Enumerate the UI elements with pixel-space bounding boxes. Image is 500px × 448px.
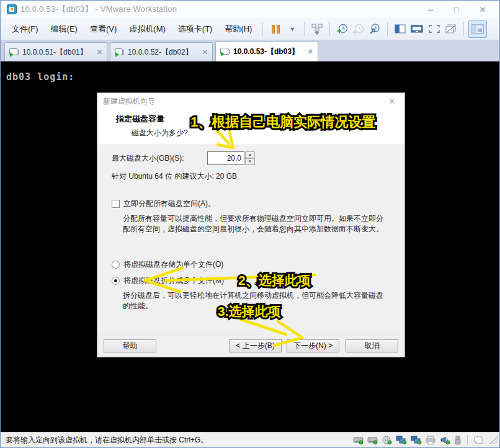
dialog-heading: 指定磁盘容量 <box>116 114 404 125</box>
full-screen-button[interactable] <box>426 20 443 38</box>
window-title: 10.0.0.53-【db03】 - VMware Workstation <box>20 4 177 15</box>
toolbar-separator <box>304 22 305 36</box>
manage-snapshots-button[interactable] <box>367 20 383 38</box>
full-screen-icon <box>427 24 441 34</box>
library-panel-toggle-button[interactable] <box>468 20 487 38</box>
store-single-file-row[interactable]: 将虚拟磁盘存储为单个文件(O) <box>112 259 387 270</box>
vmware-workstation-window: 10.0.0.53-【db03】 - VMware Workstation ─ … <box>0 0 500 448</box>
toolbar-separator <box>387 22 388 36</box>
vm-powered-on-icon <box>220 48 230 56</box>
maximize-button[interactable]: □ <box>444 2 470 17</box>
dialog-subheading: 磁盘大小为多少? <box>132 128 404 138</box>
menu-edit[interactable]: 编辑(E) <box>45 20 84 38</box>
dialog-footer: 帮助 < 上一步(B) 下一步(N) > 取消 <box>97 334 404 357</box>
new-vm-wizard-dialog: 新建虚拟机向导 ✕ 指定磁盘容量 磁盘大小为多少? 最大磁盘大小(GB)(S):… <box>97 92 405 357</box>
menu-file[interactable]: 文件(F) <box>6 20 45 38</box>
unity-mode-button[interactable] <box>408 20 426 38</box>
vmware-logo-icon <box>7 4 17 14</box>
dialog-title: 新建虚拟机向导 <box>103 96 155 107</box>
allocate-checkbox-label: 立即分配所有磁盘空间(A)。 <box>123 199 215 209</box>
split-multiple-files-row[interactable]: 将虚拟磁盘拆分成多个文件(M) <box>112 276 387 286</box>
show-or-hide-tabs-button[interactable] <box>443 20 459 38</box>
tab-label: 10.0.0.52-【db02】 <box>128 47 199 58</box>
minimize-button[interactable]: ─ <box>417 2 444 17</box>
message-log-icon[interactable] <box>473 436 483 445</box>
send-ctrl-alt-del-button[interactable] <box>309 20 325 38</box>
vm-powered-on-icon <box>9 48 19 56</box>
close-button[interactable]: ✕ <box>470 2 496 17</box>
cancel-button[interactable]: 取消 <box>346 339 398 352</box>
multiple-monitors-icon <box>445 24 457 34</box>
statusbar: 要将输入定向到该虚拟机，请在虚拟机内部单击或按 Ctrl+G。 <box>1 432 499 447</box>
network-adapter-icon[interactable] <box>396 436 407 445</box>
allocate-all-space-row[interactable]: 立即分配所有磁盘空间(A)。 <box>112 199 387 209</box>
toolbar-separator <box>463 22 464 36</box>
power-dropdown-button[interactable]: ▼ <box>283 20 300 38</box>
console-login-prompt: db03 login: <box>6 71 74 83</box>
dialog-titlebar[interactable]: 新建虚拟机向导 ✕ <box>97 93 404 110</box>
tab-close-icon[interactable]: ✕ <box>202 48 208 56</box>
allocate-checkbox[interactable] <box>112 200 120 208</box>
dialog-body: 最大磁盘大小(GB)(S): 20.0 ▲ ▼ 针对 Ubuntu 64 位 的… <box>97 145 404 334</box>
split-files-radio-label: 将虚拟磁盘拆分成多个文件(M) <box>123 276 224 286</box>
max-disk-size-row: 最大磁盘大小(GB)(S): 20.0 ▲ ▼ <box>112 151 387 165</box>
tab-db02[interactable]: 10.0.0.52-【db02】 ✕ <box>110 42 213 61</box>
menu-help[interactable]: 帮助(H) <box>218 20 258 38</box>
take-snapshot-icon <box>336 24 349 35</box>
tab-label: 10.0.0.53-【db03】 <box>233 47 304 57</box>
help-button[interactable]: 帮助 <box>104 339 156 352</box>
toolbar-separator <box>329 22 330 36</box>
spin-down-icon[interactable]: ▼ <box>245 158 255 165</box>
single-file-radio-label: 将虚拟磁盘存储为单个文件(O) <box>123 259 223 270</box>
tab-bar: 10.0.0.51-【db01】 ✕ 10.0.0.52-【db02】 ✕ 10… <box>1 40 499 61</box>
usb-icon[interactable] <box>454 436 462 445</box>
resize-grip[interactable] <box>489 436 498 444</box>
dialog-header: 指定磁盘容量 磁盘大小为多少? <box>97 110 404 145</box>
tab-label: 10.0.0.51-【db01】 <box>22 47 93 58</box>
single-file-radio[interactable] <box>112 261 120 269</box>
chevron-down-icon: ▼ <box>290 26 295 32</box>
disk-size-spinner: 20.0 ▲ ▼ <box>207 151 255 165</box>
split-files-radio-selected[interactable] <box>112 277 120 285</box>
library-panel-icon <box>471 24 484 35</box>
recommended-size-text: 针对 Ubuntu 64 位 的建议大小: 20 GB <box>112 171 387 182</box>
window-titlebar: 10.0.0.53-【db03】 - VMware Workstation ─ … <box>1 1 499 18</box>
menu-view[interactable]: 查看(V) <box>84 20 123 38</box>
hard-disk-icon[interactable] <box>367 436 378 445</box>
split-description: 拆分磁盘后，可以更轻松地在计算机之间移动虚拟机，但可能会降低大容量磁盘的性能。 <box>123 290 387 311</box>
network-adapter-icon[interactable] <box>411 436 422 445</box>
next-button[interactable]: 下一步(N) > <box>287 339 339 352</box>
revert-snapshot-icon <box>352 24 365 35</box>
pause-icon <box>272 25 280 34</box>
max-disk-size-label: 最大磁盘大小(GB)(S): <box>112 153 207 164</box>
tab-db03-active[interactable]: 10.0.0.53-【db03】 ✕ <box>215 41 318 61</box>
take-snapshot-button[interactable] <box>334 20 350 38</box>
tab-close-icon[interactable]: ✕ <box>308 48 313 56</box>
back-button[interactable]: < 上一步(B) <box>229 339 282 352</box>
sound-icon[interactable] <box>440 436 450 445</box>
console-view-icon <box>394 24 406 34</box>
statusbar-separator <box>467 435 468 445</box>
spin-up-icon[interactable]: ▲ <box>245 151 255 158</box>
send-ctrl-alt-del-icon <box>311 24 323 35</box>
menu-tabs[interactable]: 选项卡(T) <box>172 20 219 38</box>
device-status-icons <box>353 435 498 445</box>
menu-vm[interactable]: 虚拟机(M) <box>123 20 172 38</box>
revert-snapshot-button[interactable] <box>350 20 367 38</box>
unity-mode-icon <box>410 24 424 34</box>
disk-size-input[interactable]: 20.0 <box>207 151 244 165</box>
manage-snapshots-icon <box>368 24 381 35</box>
menubar: 文件(F) 编辑(E) 查看(V) 虚拟机(M) 选项卡(T) 帮助(H) ▼ <box>1 18 499 40</box>
show-console-view-button[interactable] <box>392 20 408 38</box>
hard-disk-icon[interactable] <box>353 436 364 445</box>
toolbar-separator <box>262 22 263 36</box>
printer-icon[interactable] <box>426 436 436 445</box>
allocate-description: 分配所有容量可以提高性能，但要求所有物理磁盘空间立即可用。如果不立即分配所有空间… <box>123 213 387 235</box>
dialog-close-icon[interactable]: ✕ <box>385 97 399 106</box>
cd-dvd-icon[interactable] <box>382 436 392 445</box>
tab-db01[interactable]: 10.0.0.51-【db01】 ✕ <box>4 42 107 61</box>
pause-button[interactable] <box>267 20 283 38</box>
status-message: 要将输入定向到该虚拟机，请在虚拟机内部单击或按 Ctrl+G。 <box>6 435 208 446</box>
tab-close-icon[interactable]: ✕ <box>97 48 102 56</box>
vm-powered-on-icon <box>115 48 124 56</box>
